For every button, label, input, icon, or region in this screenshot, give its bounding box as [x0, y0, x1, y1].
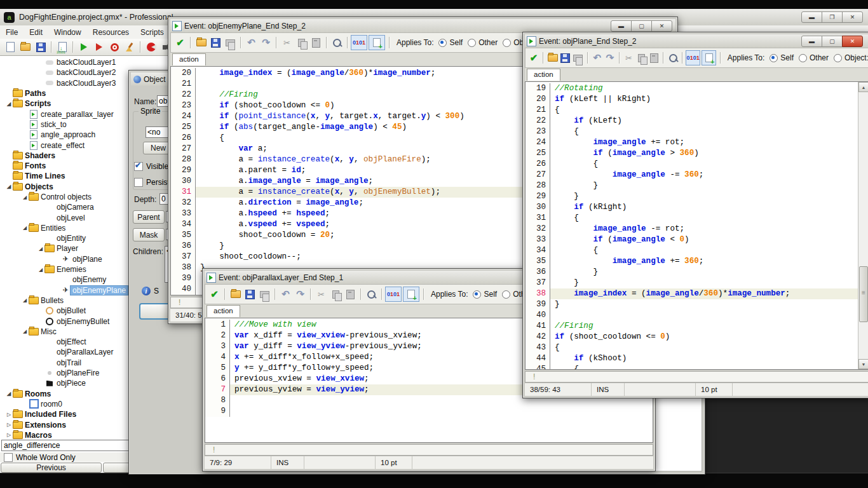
search-icon[interactable] — [364, 287, 379, 301]
code-line[interactable]: 35 image_angle += 360; — [526, 256, 858, 267]
print-icon[interactable] — [223, 36, 238, 50]
tab-action[interactable]: action — [207, 305, 240, 317]
menu-item-resources[interactable]: Resources — [87, 28, 135, 37]
expand-open-icon[interactable]: ◢ — [21, 297, 29, 303]
redo-icon[interactable]: ↷ — [293, 287, 308, 301]
minimize-button[interactable]: ▬ — [801, 36, 822, 47]
scroll-up-icon[interactable]: ▲ — [858, 82, 868, 92]
search-icon[interactable] — [330, 36, 344, 50]
code-line[interactable]: 19//Rotating — [526, 83, 858, 94]
code-line[interactable]: 20if (kLeft || kRight) — [526, 94, 858, 105]
stop-game-icon[interactable] — [107, 40, 122, 54]
clean-memory-icon[interactable] — [122, 40, 137, 54]
applies-radio-object[interactable] — [834, 54, 842, 62]
print-icon[interactable] — [572, 51, 585, 65]
close-button[interactable]: ✕ — [842, 11, 863, 23]
code-line[interactable]: 33 if (image_angle < 0) — [526, 234, 858, 245]
copy-icon[interactable] — [635, 51, 648, 65]
code-line[interactable]: 26 { — [526, 159, 858, 170]
copy-icon[interactable] — [329, 287, 343, 301]
redo-icon[interactable]: ↷ — [604, 51, 616, 65]
code-line[interactable]: 9 — [205, 406, 653, 417]
code-line[interactable]: 32 image_angle -= rot; — [526, 224, 858, 234]
applies-radio-other[interactable] — [799, 54, 807, 62]
vertical-scrollbar[interactable]: ▲ ▼ — [858, 82, 868, 369]
menu-item-file[interactable]: File — [0, 28, 24, 37]
whole-word-checkbox[interactable] — [4, 453, 13, 462]
maximize-button[interactable]: ▢ — [631, 20, 652, 32]
code-line[interactable]: 31 { — [526, 213, 858, 224]
code-line[interactable]: 29 } — [526, 191, 858, 202]
code-line[interactable]: 45 { — [526, 364, 858, 370]
load-icon[interactable] — [546, 51, 559, 65]
undo-icon[interactable]: ↶ — [591, 51, 604, 65]
pacman-icon[interactable] — [144, 40, 159, 54]
run-normal-icon[interactable] — [76, 40, 92, 54]
ok-icon[interactable]: ✔ — [527, 51, 540, 65]
redo-icon[interactable]: ↷ — [259, 36, 273, 50]
insert-code-toggle-icon[interactable] — [403, 287, 419, 302]
expand-open-icon[interactable]: ◢ — [37, 267, 44, 273]
applies-radio-object[interactable] — [503, 39, 511, 47]
code-line[interactable]: 40 — [526, 310, 858, 321]
code-line[interactable]: 41//Firing — [526, 321, 858, 332]
paste-icon[interactable] — [309, 36, 323, 50]
minimize-button[interactable]: ▬ — [611, 20, 632, 32]
menu-item-scripts[interactable]: Scripts — [135, 28, 170, 37]
cut-icon[interactable]: ✂ — [280, 36, 294, 50]
ok-icon[interactable]: ✔ — [173, 36, 187, 50]
undo-icon[interactable]: ↶ — [278, 287, 293, 301]
tab-action[interactable]: action — [172, 53, 206, 65]
save-icon[interactable] — [243, 287, 257, 301]
expand-open-icon[interactable]: ◢ — [5, 184, 13, 189]
save-project-icon[interactable] — [33, 40, 48, 54]
parent-button[interactable]: Parent — [133, 210, 165, 224]
code-line[interactable]: 44 if (kShoot) — [526, 353, 858, 364]
applies-radio-self[interactable] — [438, 39, 447, 47]
expand-open-icon[interactable]: ◢ — [37, 246, 44, 252]
code-line[interactable]: 28 } — [526, 180, 858, 191]
code-line[interactable]: 23 { — [526, 126, 858, 137]
ok-icon[interactable]: ✔ — [207, 287, 222, 301]
mask-button[interactable]: Mask — [133, 228, 165, 241]
expand-closed-icon[interactable]: ▷ — [5, 412, 13, 417]
code-line[interactable]: 25 if (image_angle > 360) — [526, 148, 858, 159]
scrollbar-thumb[interactable] — [859, 266, 868, 322]
print-icon[interactable] — [257, 287, 272, 301]
code-line[interactable]: 36 } — [526, 267, 858, 278]
editor-title-bar[interactable]: Event: objEnemyPlane_End Step_2 ▬ ▢ ✕ — [170, 19, 675, 32]
code-line[interactable]: 38 image_index = (image_angle/360)*image… — [526, 288, 858, 299]
code-line[interactable]: 37 } — [526, 278, 858, 288]
save-icon[interactable] — [559, 51, 572, 65]
close-button[interactable]: ✕ — [842, 36, 863, 47]
load-icon[interactable] — [194, 36, 208, 50]
code-line[interactable]: 24 image_angle += rot; — [526, 137, 858, 148]
applies-radio-other[interactable] — [502, 290, 510, 299]
copy-icon[interactable] — [294, 36, 309, 50]
code-line[interactable]: 27 image_angle -= 360; — [526, 170, 858, 180]
show-information-row[interactable]: i S — [142, 287, 159, 295]
restore-button[interactable]: ❐ — [822, 11, 843, 23]
cut-icon[interactable]: ✂ — [314, 287, 329, 301]
line-numbers-toggle-icon[interactable]: 0101 — [351, 35, 367, 50]
expand-open-icon[interactable]: ◢ — [5, 391, 13, 396]
menu-item-window[interactable]: Window — [48, 28, 87, 37]
close-button[interactable]: ✕ — [651, 20, 672, 32]
applies-radio-self[interactable] — [770, 54, 778, 62]
line-numbers-toggle-icon[interactable]: 0101 — [385, 287, 402, 302]
code-line[interactable]: 39} — [526, 299, 858, 310]
load-icon[interactable] — [228, 287, 243, 301]
expand-open-icon[interactable]: ◢ — [21, 194, 29, 200]
editor-title-bar[interactable]: Event: objPlane_End Step_2 ▬ ▢ ✕ — [525, 34, 868, 48]
applies-radio-self[interactable] — [473, 290, 481, 299]
create-executable-icon[interactable] — [55, 40, 70, 54]
code-line[interactable]: 30 if (kRight) — [526, 202, 858, 213]
expand-open-icon[interactable]: ◢ — [5, 101, 13, 107]
save-icon[interactable] — [208, 36, 223, 50]
code-line[interactable]: 22 if (kLeft) — [526, 116, 858, 126]
new-file-icon[interactable] — [3, 40, 18, 54]
code-line[interactable]: 34 { — [526, 245, 858, 256]
visible-checkbox[interactable] — [134, 162, 143, 171]
maximize-button[interactable]: ▢ — [822, 36, 843, 47]
minimize-button[interactable]: ▬ — [801, 11, 822, 23]
